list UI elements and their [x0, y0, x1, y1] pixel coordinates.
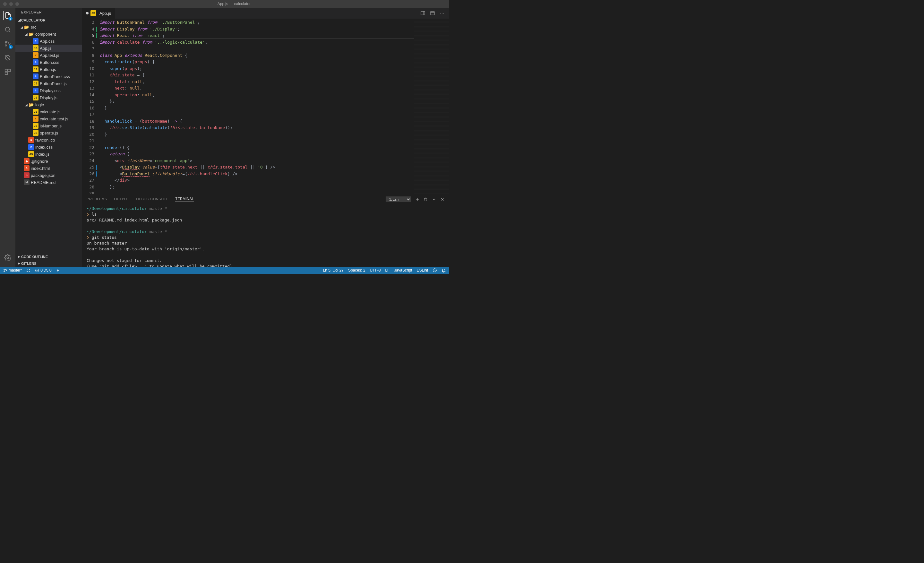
- tree-item[interactable]: ◆.gitignore: [15, 158, 82, 165]
- indent-indicator[interactable]: Spaces: 2: [348, 268, 365, 273]
- sidebar-title: EXPLORER: [15, 8, 82, 17]
- tree-item-label: logic: [35, 102, 44, 107]
- debug-icon[interactable]: [3, 53, 12, 62]
- tree-item[interactable]: JSButtonPanel.js: [15, 80, 82, 87]
- feedback-icon[interactable]: [432, 268, 437, 273]
- window-title: App.js — calculator: [19, 2, 449, 6]
- tree-item-label: package.json: [31, 173, 56, 178]
- code-outline-section[interactable]: ▸ CODE OUTLINE: [15, 253, 82, 260]
- svg-point-18: [433, 269, 436, 272]
- tree-item[interactable]: ◢📂logic: [15, 101, 82, 108]
- search-icon[interactable]: [3, 25, 12, 34]
- tree-item[interactable]: JScalculate.js: [15, 108, 82, 115]
- tab-active[interactable]: JS App.js: [82, 8, 115, 19]
- css-icon: #: [33, 74, 39, 79]
- editor[interactable]: 3456789101112131415161718192021222324252…: [82, 19, 449, 194]
- tree-item-label: isNumber.js: [40, 123, 62, 128]
- panel-tab-problems[interactable]: PROBLEMS: [87, 197, 107, 202]
- eol-indicator[interactable]: LF: [386, 268, 390, 273]
- terminal-line: (use "git add <file>..." to update what …: [87, 264, 445, 267]
- tree-item[interactable]: #Display.css: [15, 87, 82, 94]
- branch-indicator[interactable]: master*: [3, 268, 22, 273]
- svg-rect-7: [5, 72, 8, 75]
- js-icon: JS: [33, 66, 39, 72]
- terminal-content[interactable]: ~/Development/calculator master*❯ lssrc/…: [82, 204, 449, 267]
- close-panel-icon[interactable]: [440, 197, 445, 201]
- encoding-indicator[interactable]: UTF-8: [370, 268, 381, 273]
- minimize-window-icon[interactable]: [9, 2, 13, 6]
- window-controls[interactable]: [3, 2, 19, 6]
- tree-item[interactable]: ✓calculate.test.js: [15, 115, 82, 122]
- terminal-line: On branch master: [87, 240, 445, 246]
- tree-item[interactable]: #App.css: [15, 38, 82, 45]
- tree-item-label: Display.js: [40, 95, 57, 100]
- kill-terminal-icon[interactable]: [423, 197, 428, 201]
- chevron-down-icon: ◢: [24, 32, 28, 36]
- tree-item[interactable]: ✓App.test.js: [15, 52, 82, 59]
- svg-point-8: [7, 257, 9, 259]
- tree-item[interactable]: ◢📂src: [15, 23, 82, 30]
- panel-tab-debug[interactable]: DEBUG CONSOLE: [136, 197, 168, 202]
- git-icon: ◆: [24, 158, 30, 164]
- tree-item-label: calculate.js: [40, 110, 60, 114]
- tree-item[interactable]: JSisNumber.js: [15, 122, 82, 129]
- tree-item-label: App.js: [40, 46, 51, 51]
- chevron-right-icon: ▸: [17, 255, 21, 259]
- tree-item[interactable]: ★favicon.ico: [15, 137, 82, 144]
- modified-dot-icon: [86, 12, 88, 15]
- tree-item[interactable]: JSDisplay.js: [15, 94, 82, 101]
- tree-item[interactable]: JSApp.js: [15, 45, 82, 52]
- bottom-panel: PROBLEMS OUTPUT DEBUG CONSOLE TERMINAL 1…: [82, 194, 449, 267]
- notifications-icon[interactable]: [441, 268, 446, 273]
- tree-item[interactable]: #ButtonPanel.css: [15, 73, 82, 80]
- panel-tab-terminal[interactable]: TERMINAL: [175, 197, 194, 202]
- svg-point-1: [5, 41, 7, 43]
- tree-item[interactable]: MREADME.md: [15, 179, 82, 186]
- lightning-indicator[interactable]: [56, 268, 60, 272]
- maximize-window-icon[interactable]: [15, 2, 19, 6]
- tree-item[interactable]: npackage.json: [15, 172, 82, 179]
- sync-indicator[interactable]: [26, 268, 30, 273]
- explorer-icon[interactable]: 1: [3, 11, 12, 20]
- tree-item[interactable]: 5index.html: [15, 165, 82, 172]
- project-header[interactable]: ◢ CALCULATOR: [15, 17, 82, 23]
- test-icon: ✓: [33, 116, 39, 122]
- extensions-icon[interactable]: [3, 68, 12, 77]
- minimap[interactable]: [414, 19, 449, 194]
- code-content[interactable]: import ButtonPanel from './ButtonPanel';…: [99, 19, 414, 194]
- maximize-panel-icon[interactable]: [432, 197, 436, 201]
- statusbar: master* 0 0 Ln 5, Col 27 Spaces: 2 UTF-8…: [0, 267, 449, 274]
- tree-item[interactable]: #Button.css: [15, 59, 82, 66]
- tree-item-label: App.test.js: [40, 53, 59, 58]
- tree-item[interactable]: #index.css: [15, 144, 82, 150]
- svg-point-3: [9, 43, 10, 45]
- terminal-selector[interactable]: 1: zsh: [386, 197, 411, 202]
- problems-indicator[interactable]: 0 0: [35, 268, 51, 273]
- sync-icon: [26, 268, 30, 273]
- js-icon: JS: [33, 81, 39, 86]
- more-icon[interactable]: [440, 11, 445, 16]
- tree-item-label: ButtonPanel.js: [40, 81, 67, 86]
- split-editor-icon[interactable]: [420, 11, 425, 16]
- gitlens-section[interactable]: ▸ GITLENS: [15, 260, 82, 267]
- close-window-icon[interactable]: [3, 2, 7, 6]
- language-indicator[interactable]: JavaScript: [394, 268, 412, 273]
- source-control-icon[interactable]: 1: [3, 39, 12, 48]
- tree-item[interactable]: JSoperate.js: [15, 129, 82, 137]
- editor-area: JS App.js 345678910111213141516171819202…: [82, 8, 449, 267]
- chevron-down-icon: ◢: [20, 26, 24, 29]
- new-terminal-icon[interactable]: [415, 197, 420, 201]
- folder-open-icon: 📂: [28, 102, 34, 108]
- panel-tab-output[interactable]: OUTPUT: [114, 197, 129, 202]
- settings-gear-icon[interactable]: [3, 253, 12, 262]
- terminal-line: Your branch is up-to-date with 'origin/m…: [87, 246, 445, 252]
- file-tree: ◢📂src◢📂component#App.cssJSApp.js✓App.tes…: [15, 23, 82, 253]
- js-icon: JS: [28, 151, 34, 157]
- css-icon: #: [33, 38, 39, 44]
- tree-item[interactable]: JSButton.js: [15, 66, 82, 73]
- layout-icon[interactable]: [430, 11, 435, 16]
- lint-indicator[interactable]: ESLint: [417, 268, 428, 273]
- tree-item[interactable]: ◢📂component: [15, 30, 82, 38]
- tree-item[interactable]: JSindex.js: [15, 150, 82, 158]
- cursor-position[interactable]: Ln 5, Col 27: [323, 268, 344, 273]
